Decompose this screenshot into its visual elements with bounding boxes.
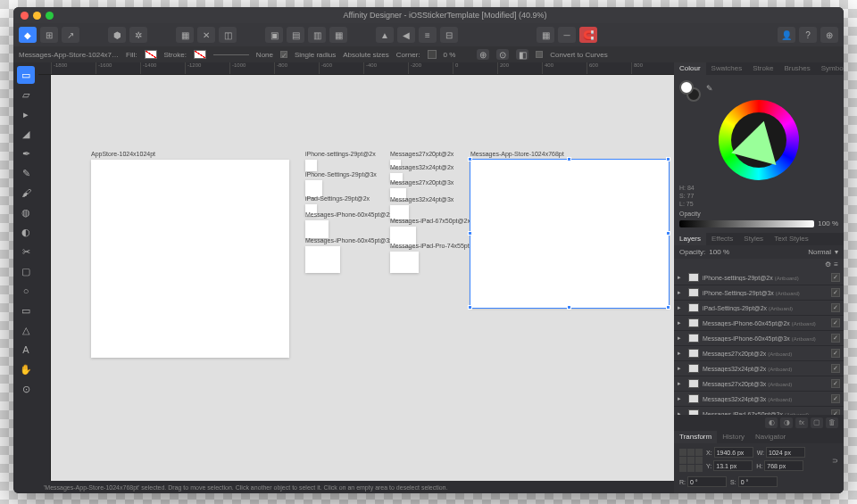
visibility-check[interactable]: ✓ <box>831 364 840 373</box>
stroke-swatch[interactable] <box>194 50 206 59</box>
artboard-label[interactable]: Messages32x24pt@3x <box>390 196 453 202</box>
layer-opts-icon[interactable]: ⚙ <box>825 260 831 269</box>
artboard-label[interactable]: iPad-Settings-29pt@2x <box>305 195 370 202</box>
fill-tool[interactable]: ◍ <box>17 203 35 221</box>
persona-designer[interactable]: ◆ <box>19 27 37 43</box>
ctx-btn-3[interactable]: ◧ <box>516 49 528 60</box>
align-2[interactable]: ⊟ <box>440 27 458 43</box>
node-tool[interactable]: ▸ <box>17 105 35 123</box>
tab-swatches[interactable]: Swatches <box>706 62 748 75</box>
expand-icon[interactable]: ▸ <box>678 350 685 357</box>
transform-s[interactable] <box>738 476 778 487</box>
artboard[interactable]: Messages-iPad-Pro-74x55pt@2x <box>390 252 419 273</box>
crop-tool[interactable]: ✂ <box>17 243 35 260</box>
close-window[interactable] <box>21 12 29 20</box>
minimize-window[interactable] <box>33 12 41 20</box>
transform-w[interactable] <box>766 447 805 458</box>
layer-row[interactable]: ▸iPhone-settings-29pt@2x (Artboard)✓ <box>674 270 844 285</box>
ctx-btn-1[interactable]: ⊕ <box>477 49 489 60</box>
flip-v[interactable]: ◀ <box>397 27 415 43</box>
anchor-grid[interactable] <box>679 449 703 472</box>
pencil-tool[interactable]: ✎ <box>17 164 35 182</box>
selection-handle[interactable] <box>567 157 571 161</box>
artboard-label[interactable]: Messages32x24pt@2x <box>390 164 453 170</box>
corner-type[interactable] <box>428 50 437 59</box>
visibility-check[interactable]: ✓ <box>831 394 840 403</box>
tab-transform[interactable]: Transform <box>674 431 717 443</box>
artboard-label[interactable]: Messages-iPhone-60x45pt@3x <box>305 237 393 244</box>
flip-h[interactable]: ▲ <box>376 27 394 43</box>
fill-swatch[interactable] <box>145 50 157 59</box>
layer-row[interactable]: ▸Messages-iPad-67x50pt@2x (Artboard)✓ <box>674 407 844 415</box>
persona-export[interactable]: ↗ <box>62 27 79 43</box>
zoom-window[interactable] <box>46 12 54 20</box>
visibility-check[interactable]: ✓ <box>831 318 840 327</box>
artboard-label[interactable]: Messages-App-Store-1024x768pt <box>470 151 564 157</box>
order-frontone[interactable]: ▥ <box>308 27 326 43</box>
canvas[interactable]: AppStore-1024x1024ptiPhone-settings-29pt… <box>51 75 674 481</box>
layer-row[interactable]: ▸Messages32x24pt@3x (Artboard)✓ <box>674 392 844 407</box>
order-backone[interactable]: ▤ <box>287 27 304 43</box>
expand-icon[interactable]: ▸ <box>678 304 685 311</box>
snap-3[interactable]: ◫ <box>219 27 237 43</box>
transform-y[interactable] <box>713 460 753 471</box>
selection-handle[interactable] <box>666 305 670 310</box>
color-picker-tool[interactable]: ⊙ <box>17 380 35 398</box>
transform-r[interactable] <box>687 476 727 487</box>
selection-handle[interactable] <box>468 231 472 235</box>
order-front[interactable]: ▦ <box>329 27 347 43</box>
artboard-label[interactable]: Messages27x20pt@2x <box>390 151 453 157</box>
transparency-tool[interactable]: ◐ <box>17 223 35 241</box>
layer-row[interactable]: ▸Messages27x20pt@2x (Artboard)✓ <box>674 346 844 361</box>
force-pixel[interactable]: 🧲 <box>579 27 597 43</box>
artboard-label[interactable]: iPhone-Settings-29pt@3x <box>305 171 377 178</box>
color-swatches[interactable] <box>679 80 699 100</box>
expand-icon[interactable]: ▸ <box>678 274 685 281</box>
tab-symbols[interactable]: Symbols <box>816 62 844 75</box>
visibility-check[interactable]: ✓ <box>831 273 840 282</box>
visibility-check[interactable]: ✓ <box>831 349 840 358</box>
artboard-label[interactable]: Messages-iPad-67x50pt@2x <box>390 218 470 224</box>
snap-1[interactable]: ▦ <box>176 27 194 43</box>
toolbar-prefs[interactable]: ⊕ <box>820 27 838 43</box>
visibility-check[interactable]: ✓ <box>831 303 840 312</box>
selection-handle[interactable] <box>468 305 472 310</box>
tab-colour[interactable]: Colour <box>674 62 706 75</box>
text-tool[interactable]: A <box>17 341 35 359</box>
layer-row[interactable]: ▸Messages-iPhone-60x45pt@3x (Artboard)✓ <box>674 331 844 346</box>
layer-row[interactable]: ▸Messages-iPhone-60x45pt@2x (Artboard)✓ <box>674 316 844 331</box>
artboard[interactable]: Messages-iPhone-60x45pt@2x <box>305 220 329 238</box>
tab-brushes[interactable]: Brushes <box>778 62 815 75</box>
expand-icon[interactable]: ▸ <box>678 335 685 342</box>
color-wheel[interactable] <box>719 100 799 180</box>
expand-icon[interactable]: ▸ <box>678 380 685 387</box>
artboard[interactable]: iPhone-settings-29pt@2x <box>305 160 317 171</box>
artboard-tool[interactable]: ▱ <box>17 86 35 103</box>
layer-row[interactable]: ▸iPhone-Settings-29pt@3x (Artboard)✓ <box>674 285 844 301</box>
layer-row[interactable]: ▸Messages32x24pt@2x (Artboard)✓ <box>674 361 844 376</box>
shape-rect[interactable]: ▢ <box>17 262 35 280</box>
selection-handle[interactable] <box>666 231 670 235</box>
toolbar-defaults[interactable]: ⬢ <box>108 27 126 43</box>
tab-layers[interactable]: Layers <box>674 233 706 245</box>
transform-h[interactable] <box>764 460 803 471</box>
convert-check[interactable] <box>536 51 543 58</box>
shape-other[interactable]: △ <box>17 321 35 339</box>
layer-delete[interactable]: 🗑 <box>826 417 838 428</box>
toolbar-sync[interactable]: ✲ <box>129 27 147 43</box>
link-wh-icon[interactable]: ⊃ <box>832 457 838 465</box>
expand-icon[interactable]: ▸ <box>678 319 685 326</box>
shape-ellipse[interactable]: ○ <box>17 282 35 300</box>
expand-icon[interactable]: ▸ <box>678 289 685 296</box>
corner-tool[interactable]: ◢ <box>17 125 35 143</box>
visibility-check[interactable]: ✓ <box>831 379 840 388</box>
selection-handle[interactable] <box>468 157 472 161</box>
snapping[interactable]: ─ <box>558 27 576 43</box>
toolbar-account[interactable]: 👤 <box>778 27 795 43</box>
order-back[interactable]: ▣ <box>265 27 283 43</box>
artboard-label[interactable]: iPhone-settings-29pt@2x <box>305 151 376 157</box>
selection-handle[interactable] <box>567 305 571 310</box>
layer-add[interactable]: ▢ <box>811 417 823 428</box>
expand-icon[interactable]: ▸ <box>678 395 685 402</box>
eyedropper-icon[interactable]: ✎ <box>706 84 713 93</box>
